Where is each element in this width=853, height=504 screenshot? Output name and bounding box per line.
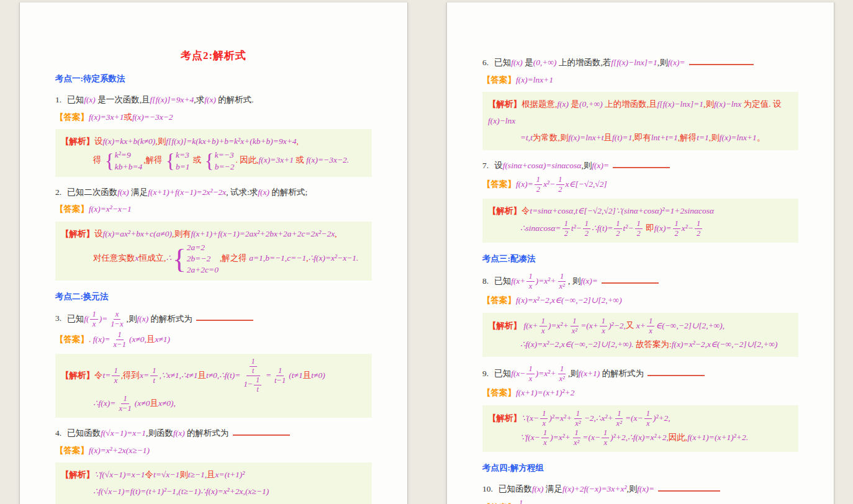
problem-item: 2.已知二次函数f(x) 满足f(x+1)+f(x−1)=2x²−2x, 试求:… [55,184,372,200]
answer-label: 【答案】 [55,334,89,343]
fraction-numerator: 1 [644,409,652,419]
system-row: k=3 [176,150,190,161]
text-segment: ∵f(√x−1)=x−1 [94,470,145,479]
text-segment: ,则 [155,137,166,146]
fraction: 12 [535,175,542,194]
text-segment: 且 [303,371,312,380]
equation-system: {k=−3b=−2 [205,150,235,172]
text-segment: f(√x−1)=x−1 [101,428,146,438]
fraction-denominator: x [647,326,654,336]
fraction-denominator: x [541,438,549,448]
text-segment: 1− [243,380,253,389]
fraction-numerator: 1 [150,366,158,376]
text-segment: 1 [278,366,282,375]
text-segment: t=1 [697,133,709,142]
text-segment: 1 [617,409,621,418]
system-row: kb+b=4 [115,161,142,173]
fraction-denominator: 2 [562,229,570,238]
text-segment: 2 [536,185,540,194]
document-page-left[interactable]: 考点2:解析式 考点一:待定系数法1.已知f(x) 是一次函数,且f[f(x)]… [19,2,408,504]
answer-line: 【答案】f(x)=3x+1或f(x)=−3x−2 [55,109,372,125]
fraction-denominator: 2 [673,229,680,238]
text-segment: f(sinα+cosα)=sinαcosα [503,161,582,170]
text-segment: 且 [150,398,158,408]
fraction: 1x [541,428,549,448]
text-segment: 设 [94,137,103,146]
analysis-line: ∴f(x)=1x−1(x≠0且x≠0), [61,394,366,413]
analysis-line: 【解析】设f(x)=ax²+bx+c(a≠0),则有f(x+1)+f(x−1)=… [61,225,366,242]
text-segment: 设 [494,161,503,170]
problem-number: 6. [482,58,489,67]
fraction-numerator: 1 [526,364,534,374]
text-segment: x [529,374,533,383]
fraction: 1x [600,317,607,336]
analysis-line: 【解析】∵(x−1x)²=x²+1x²−2,∴x²+1x²=(x−1x)²+2, [488,409,792,428]
text-segment: f(x)= [93,334,111,343]
text-segment: ∵(x− [521,413,539,422]
text-segment: x [529,282,533,290]
text-segment: x−1 [119,404,131,413]
fraction-denominator: x² [573,419,582,428]
analysis-label: 【解析】 [61,229,94,238]
text-segment: =(x− [625,413,643,422]
fraction-numerator: 1 [635,219,643,229]
text-segment: (x≠0 [135,398,150,408]
fraction-denominator: 1−x [109,320,125,329]
fraction: 1x² [570,317,579,336]
fraction-numerator: 1 [562,219,570,229]
text-segment: f[f(x)−lnx]=1 [657,99,703,109]
fraction: 1x [644,409,652,428]
text-segment: ,得到 [121,371,140,380]
text-segment: t−1 [274,376,286,385]
text-segment: )=x²+ [548,321,569,330]
fraction: 12 [695,219,702,238]
text-segment: f(x)−lnx [714,99,741,109]
text-segment: f(x+1)=(x+1)²+2 [516,388,574,397]
text-segment: 1 [251,358,255,366]
analysis-line: 【解析】 f(x+1x)=x²+1x²=(x+1x)²−2,又 x+1x∈(−∞… [488,317,792,336]
text-segment: 为常数,则 [533,133,568,142]
text-segment: t≥−1, [188,470,207,479]
text-segment: f(x)=ax²+bx+c(a≠0) [103,229,173,238]
text-segment: 1 [541,317,545,325]
text-segment: 已知二次函数 [67,187,117,197]
text-segment: x≠0), [158,398,176,408]
system-rows: 2a=22b=−22a+2c=0 [187,242,219,276]
answer-blank [196,314,253,322]
text-segment: x=(t+1)² [215,470,245,479]
text-segment: ∴ [166,253,171,263]
text-segment: f(x)=x²−2,x∈(−∞,−2]∪[2,+∞) [672,340,778,349]
fraction-numerator: 1 [90,310,97,320]
text-segment: f(x)= [580,276,598,286]
document-page-right[interactable]: 6.已知f(x) 是(0,+∞) 上的增函数,若f[f(x)−lnx]=1,则f… [446,2,834,504]
answer-label: 【答案】 [55,204,89,214]
problem-item: 6.已知f(x) 是(0,+∞) 上的增函数,若f[f(x)−lnx]=1,则f… [482,55,798,71]
fraction: 12 [673,219,680,238]
fraction-numerator: 1t [246,358,260,376]
text-segment: f(x+1)+f(x−1)=2x²−2x [148,187,226,197]
text-segment: 已知 [494,276,511,286]
text-segment: , 试求:求 [226,187,258,197]
text-segment: t²− [571,223,582,233]
text-segment: = [266,371,271,380]
text-segment: ,解得 [678,133,697,142]
equation-system: {k=3b=1 [166,150,190,172]
analysis-box: 【解析】∵(x−1x)²=x²+1x²−2,∴x²+1x²=(x−1x)²+2,… [482,405,798,452]
problem-item: 4.已知函数f(√x−1)=x−1,则函数f(x) 的解析式为 [55,425,372,441]
fraction: 1x [602,428,609,448]
fraction-denominator: x [91,320,98,329]
problem-number: 4. [55,428,61,438]
fraction: 1x [112,366,119,385]
fraction: 1t1−1t [241,358,264,394]
fraction: 1x−1 [117,394,133,413]
text-segment: . [89,334,93,343]
answer-label: 【答案】 [55,112,89,122]
text-segment: x−1 [114,340,126,349]
text-segment: )=x²+ [550,433,571,442]
text-segment: a=1,b=−1,c=−1 [249,253,306,263]
text-segment: t≠0) [311,371,325,380]
text-segment: f(x) [173,428,185,438]
answer-line: 【答案】f(x)=12x²−12x∈[−√2,√2] [482,175,798,194]
text-segment: , [297,137,299,146]
fraction-numerator: 1 [695,219,702,229]
